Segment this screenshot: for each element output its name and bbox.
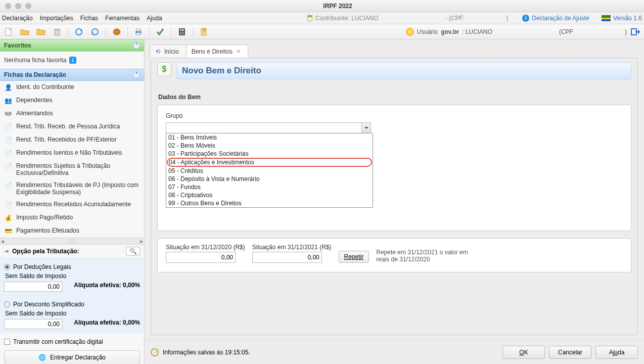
- grupo-dropdown[interactable]: 01 - Bens Imóveis02 - Bens Móveis03 - Pa…: [166, 133, 373, 208]
- grupo-option[interactable]: 06 - Depósito à Vista e Numerário: [166, 175, 373, 183]
- grupo-option[interactable]: 08 - Criptoativos: [166, 191, 373, 199]
- sidebar: Favoritos ˄ Nenhuma ficha favorita i Fic…: [0, 39, 145, 364]
- transmit-checkbox[interactable]: [4, 339, 10, 345]
- ficha-item[interactable]: 🍽Alimentandos: [0, 107, 144, 120]
- globe-deliver-icon: 🌐: [38, 354, 46, 361]
- close-window-icon[interactable]: [5, 3, 11, 9]
- situ-2021-input[interactable]: [252, 252, 322, 263]
- money-icon: $: [157, 62, 171, 76]
- ficha-icon: 📄: [4, 123, 12, 131]
- user-strip: Usuário gov.br : LUCIANO (CPF ): [406, 26, 641, 37]
- grupo-option[interactable]: 99 - Outros Bens e Direitos: [166, 199, 373, 207]
- svg-point-13: [181, 32, 182, 33]
- ficha-item[interactable]: 📄Rend. Trib. Recebidos de PF/Exterior: [0, 133, 144, 147]
- ficha-label: Rendimentos Tributáveis de PJ (Imposto c…: [16, 181, 140, 196]
- sync-icon[interactable]: [89, 26, 101, 37]
- declaracao-ajuste: Declaração de Ajuste: [532, 15, 589, 22]
- repetir-button[interactable]: Repetir: [339, 251, 370, 263]
- svg-point-5: [113, 28, 120, 35]
- grupo-option[interactable]: 03 - Participações Societárias: [166, 150, 373, 158]
- grupo-option[interactable]: 02 - Bens Móveis: [166, 142, 373, 150]
- folder-icon[interactable]: [35, 26, 47, 37]
- ficha-item[interactable]: 📄Rendimentos Sujeitos à Tributação Exclu…: [0, 160, 144, 179]
- govbr-label: gov.br: [441, 28, 459, 35]
- ficha-item[interactable]: 👥Dependentes: [0, 94, 144, 107]
- ficha-item[interactable]: 📄Rendimentos Tributáveis de PJ (Imposto …: [0, 179, 144, 198]
- maximize-window-icon[interactable]: [25, 3, 31, 9]
- collapse-icon[interactable]: ˄: [133, 42, 140, 49]
- minimize-window-icon[interactable]: [15, 3, 21, 9]
- favoritos-panel-header[interactable]: Favoritos ˄: [0, 39, 144, 52]
- menu-ajuda[interactable]: Ajuda: [147, 15, 162, 22]
- grupo-option[interactable]: 05 - Créditos: [166, 167, 373, 175]
- calc-icon[interactable]: [176, 26, 188, 37]
- info-icon[interactable]: i: [69, 57, 76, 64]
- tab-bens-label: Bens e Direitos: [192, 48, 233, 55]
- radio-deducoes-row[interactable]: Por Deduções Legais: [4, 263, 140, 270]
- svg-rect-8: [136, 29, 141, 31]
- grupo-label: Grupo: [166, 112, 623, 119]
- content-area: ⟲ Início Bens e Direitos × $ Novo Bem e …: [145, 39, 644, 364]
- transmit-row[interactable]: Transmitir com certificação digital: [0, 333, 144, 350]
- note-icon[interactable]: ?: [198, 26, 209, 37]
- ficha-item[interactable]: 📄Rend. Trib. Receb. de Pessoa Jurídica: [0, 120, 144, 133]
- radio-simplificado-row[interactable]: Por Desconto Simplificado: [4, 301, 140, 308]
- logout-icon[interactable]: [630, 26, 641, 37]
- tab-strip: ⟲ Início Bens e Direitos ×: [145, 39, 644, 58]
- ficha-label: Rend. Trib. Recebidos de PF/Exterior: [16, 136, 117, 143]
- ficha-icon: 📄: [4, 162, 12, 170]
- form-box: Grupo 01 - Bens Imóveis02 - Bens Móveis0…: [157, 105, 631, 231]
- menu-declaracao[interactable]: Declaração: [2, 15, 33, 22]
- clock-icon: [151, 348, 159, 356]
- situacao-row: Situação em 31/12/2020 (R$) Situação em …: [157, 238, 631, 272]
- check-icon[interactable]: [155, 26, 166, 37]
- tab-bens-direitos[interactable]: Bens e Direitos ×: [186, 44, 248, 58]
- globe-icon[interactable]: [111, 26, 122, 37]
- collapse-icon[interactable]: ˄: [133, 71, 140, 78]
- ficha-item[interactable]: 📄Rendimentos Recebidos Acumuladamente: [0, 198, 144, 211]
- fichas-panel-header[interactable]: Fichas da Declaração ˄: [0, 69, 144, 81]
- deliver-button[interactable]: 🌐 Entregar Declaração: [4, 350, 140, 364]
- ficha-label: Pagamentos Efetuados: [16, 227, 79, 234]
- scroll-strip[interactable]: ◂::::▸: [0, 238, 144, 245]
- ficha-label: Rendimentos Isentos e Não Tributáveis: [16, 149, 122, 156]
- magnify-button[interactable]: 🔍: [126, 247, 140, 256]
- radio-deducoes[interactable]: [4, 264, 10, 270]
- section-label: Dados do Bem: [158, 94, 631, 101]
- favoritos-empty-text: Nenhuma ficha favorita: [4, 57, 66, 64]
- ficha-item[interactable]: 💰Imposto Pago/Retido: [0, 211, 144, 224]
- menu-ferramentas[interactable]: Ferramentas: [105, 15, 140, 22]
- cancel-button[interactable]: Cancelar: [549, 346, 591, 359]
- grupo-select[interactable]: [166, 122, 371, 133]
- contribuinte-info: Contribuinte: LUCIANO - (CPF: ): [307, 15, 508, 22]
- ficha-item[interactable]: 👤Ident. do Contribuinte: [0, 81, 144, 94]
- chevron-down-icon[interactable]: [361, 123, 371, 133]
- situ-2021-label: Situação em 31/12/2021 (R$): [252, 244, 332, 251]
- menu-fichas[interactable]: Fichas: [80, 15, 98, 22]
- ficha-icon: 👥: [4, 97, 12, 105]
- content-card: $ Novo Bem e Direito Dados do Bem Grupo …: [151, 58, 638, 335]
- ficha-item[interactable]: 💳Pagamentos Efetuados: [0, 224, 144, 238]
- situ-2020-input[interactable]: [166, 252, 236, 263]
- radio-simplificado[interactable]: [4, 301, 10, 307]
- ok-button[interactable]: OK: [502, 346, 545, 359]
- tab-inicio[interactable]: ⟲ Início: [150, 44, 187, 58]
- help-button[interactable]: Ajuda: [595, 346, 638, 359]
- flag-icon: [602, 15, 611, 21]
- grupo-option[interactable]: 01 - Bens Imóveis: [166, 133, 373, 142]
- trash-icon[interactable]: [52, 26, 63, 37]
- open-icon[interactable]: [19, 26, 30, 37]
- refresh-icon[interactable]: [73, 26, 84, 37]
- ficha-icon: 📄: [4, 136, 12, 144]
- fichas-title: Fichas da Declaração: [4, 71, 66, 78]
- print-icon[interactable]: [133, 26, 144, 37]
- grupo-option[interactable]: 04 - Aplicações e Investimentos: [167, 158, 372, 167]
- cpf-paren-open: (CPF: [559, 28, 573, 35]
- menu-importacoes[interactable]: Importações: [40, 15, 73, 22]
- footer: Informações salvas às 19:15:05. OK Cance…: [145, 340, 644, 364]
- ficha-item[interactable]: 📄Rendimentos Isentos e Não Tributáveis: [0, 147, 144, 160]
- close-tab-icon[interactable]: ×: [237, 48, 241, 55]
- new-icon[interactable]: [3, 26, 14, 37]
- ficha-label: Alimentandos: [16, 110, 53, 117]
- grupo-option[interactable]: 07 - Fundos: [166, 183, 373, 191]
